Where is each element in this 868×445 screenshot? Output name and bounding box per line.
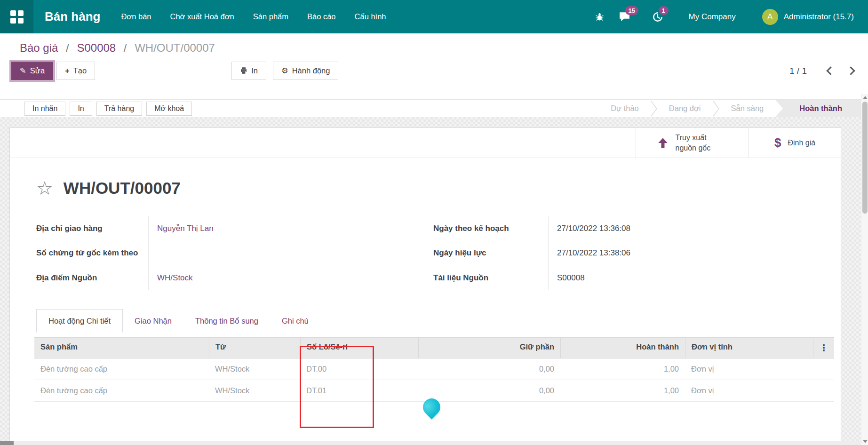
activities-clock-icon[interactable]: 1	[652, 11, 663, 23]
field-value-scheduled-date[interactable]: 27/10/2022 13:36:08	[548, 216, 810, 241]
record-title-row: ☆ WH/OUT/00007	[36, 179, 841, 198]
tab-delivery[interactable]: Giao Nhận	[123, 309, 183, 333]
statusbar: In nhãn In Trả hàng Mở khoá Dự thảo Đang…	[0, 99, 868, 117]
horizontal-scrollbar[interactable]	[0, 441, 861, 445]
breadcrumb-link-quotations[interactable]: Báo giá	[20, 41, 58, 54]
create-button[interactable]: +Tạo	[56, 62, 95, 80]
valuation-smart-button[interactable]: $ Định giá	[749, 128, 841, 158]
breadcrumb-link-order[interactable]: S00008	[77, 41, 116, 54]
user-menu[interactable]: A Administrator (15.7)	[762, 9, 854, 25]
cell-from: WH/Stock	[209, 380, 300, 401]
pager-previous-icon[interactable]	[826, 66, 835, 75]
arrow-up-icon	[657, 137, 669, 149]
menu-item-to-invoice[interactable]: Chờ xuất Hoá đơn	[170, 12, 234, 21]
cell-lot: DT.01	[300, 380, 418, 401]
record-title: WH/OUT/00007	[64, 179, 181, 198]
main-menu: Đơn bán Chờ xuất Hoá đơn Sản phẩm Báo cá…	[121, 12, 386, 21]
field-value-origin-documents[interactable]	[148, 241, 417, 265]
vertical-scrollbar[interactable]	[861, 94, 868, 445]
field-group-right: Ngày theo kế hoạch 27/10/2022 13:36:08 N…	[433, 216, 810, 290]
control-panel-buttons: ✎Sửa +Tạo In ⚙Hành động 1 / 1	[9, 62, 857, 80]
navbar-systray: 15 1 My Company A Administrator (15.7)	[581, 9, 868, 25]
stage-done[interactable]: Hoàn thành	[775, 100, 868, 118]
pager: 1 / 1	[789, 66, 857, 76]
traceability-smart-button[interactable]: Truy xuất nguồn gốc	[636, 128, 749, 158]
form-sheet: Truy xuất nguồn gốc $ Định giá ☆ WH/OUT/…	[9, 127, 841, 445]
field-value-effective-date[interactable]: 27/10/2022 13:38:06	[548, 241, 810, 265]
pager-value: 1 / 1	[789, 66, 807, 76]
content-area: Truy xuất nguồn gốc $ Định giá ☆ WH/OUT/…	[0, 117, 868, 445]
print-button-small[interactable]: In	[70, 102, 92, 116]
print-button[interactable]: In	[231, 62, 266, 80]
menu-item-orders[interactable]: Đơn bán	[121, 12, 151, 21]
breadcrumb-separator: /	[124, 41, 127, 54]
plus-icon: +	[65, 66, 70, 75]
messages-badge: 15	[625, 6, 638, 15]
activities-badge: 1	[659, 6, 669, 15]
edit-button[interactable]: ✎Sửa	[11, 62, 53, 80]
menu-item-reporting[interactable]: Báo cáo	[307, 12, 336, 21]
messages-icon[interactable]: 15	[619, 11, 630, 22]
col-header-uom[interactable]: Đơn vị tính	[685, 338, 813, 358]
unlock-button[interactable]: Mở khoá	[146, 102, 192, 116]
app-name[interactable]: Bán hàng	[45, 9, 100, 24]
field-value-source-document[interactable]: S00008	[548, 266, 810, 290]
breadcrumb-separator: /	[66, 41, 69, 54]
stage-waiting[interactable]: Đang đợi	[658, 100, 712, 118]
pager-next-icon[interactable]	[846, 66, 855, 75]
cell-reserved: 0,00	[418, 358, 560, 380]
favorite-star-icon[interactable]: ☆	[36, 179, 53, 198]
pencil-icon: ✎	[20, 66, 26, 75]
user-name: Administrator (15.7)	[784, 12, 854, 22]
return-button[interactable]: Trả hàng	[96, 102, 142, 116]
vertical-scrollbar-thumb[interactable]	[862, 102, 868, 214]
stage-ready[interactable]: Sẵn sàng	[720, 100, 775, 118]
field-label-effective-date: Ngày hiệu lực	[433, 241, 548, 265]
cell-uom: Đơn vị	[685, 358, 813, 380]
notebook-tabs: Hoạt động Chi tiết Giao Nhận Thông tin B…	[36, 309, 841, 333]
menu-item-products[interactable]: Sản phẩm	[253, 12, 288, 21]
cell-reserved: 0,00	[418, 380, 560, 401]
printer-icon	[240, 67, 247, 74]
cell-from: WH/Stock	[209, 358, 300, 380]
cell-done: 1,00	[560, 358, 685, 380]
col-header-reserved[interactable]: Giữ phần	[418, 338, 560, 358]
field-label-delivery-address: Địa chỉ giao hàng	[36, 216, 148, 241]
menu-item-configuration[interactable]: Cấu hình	[355, 12, 386, 21]
print-labels-button[interactable]: In nhãn	[24, 102, 65, 116]
col-header-from[interactable]: Từ	[209, 338, 300, 358]
table-header-row: Sản phẩm Từ Số Lô/Sê-ri Giữ phần Hoàn th…	[34, 337, 834, 358]
scroll-down-arrow-icon[interactable]	[863, 440, 868, 443]
field-value-source-location[interactable]: WH/Stock	[148, 266, 417, 290]
stage-separator	[712, 100, 720, 118]
top-navbar: Bán hàng Đơn bán Chờ xuất Hoá đơn Sản ph…	[0, 0, 868, 33]
tab-detailed-operations[interactable]: Hoạt động Chi tiết	[36, 309, 123, 333]
debug-bug-icon[interactable]	[595, 12, 605, 22]
apps-menu-button[interactable]	[0, 0, 33, 33]
cell-product: Đèn tường cao cấp	[34, 380, 209, 401]
action-menu-button[interactable]: ⚙Hành động	[273, 62, 339, 80]
field-group-left: Địa chỉ giao hàng Nguyễn Thị Lan Số chứn…	[36, 216, 417, 290]
cell-done: 1,00	[560, 380, 685, 401]
avatar: A	[762, 9, 778, 25]
cell-uom: Đơn vị	[685, 380, 813, 401]
status-pipeline: Dự thảo Đang đợi Sẵn sàng Hoàn thành	[599, 100, 868, 118]
cell-product: Đèn tường cao cấp	[34, 358, 209, 380]
optional-columns-icon[interactable]: ⋮	[813, 338, 834, 358]
horizontal-scrollbar-thumb[interactable]	[0, 441, 14, 445]
tab-additional-info[interactable]: Thông tin Bổ sung	[183, 309, 270, 333]
tab-notes[interactable]: Ghi chú	[270, 309, 320, 333]
scroll-up-arrow-icon[interactable]	[863, 96, 868, 99]
odoo-app-window: Bán hàng Đơn bán Chờ xuất Hoá đơn Sản ph…	[0, 0, 868, 445]
field-value-delivery-address[interactable]: Nguyễn Thị Lan	[148, 216, 417, 241]
company-switcher[interactable]: My Company	[689, 12, 736, 22]
operations-table: Sản phẩm Từ Số Lô/Sê-ri Giữ phần Hoàn th…	[34, 337, 834, 402]
col-header-product[interactable]: Sản phẩm	[34, 338, 209, 358]
table-row[interactable]: Đèn tường cao cấp WH/Stock DT.00 0,00 1,…	[34, 358, 834, 380]
col-header-done[interactable]: Hoàn thành	[560, 338, 685, 358]
field-label-origin-documents: Số chứng từ gốc kèm theo	[36, 241, 148, 265]
field-label-source-location: Địa điểm Nguồn	[36, 266, 148, 290]
field-label-source-document: Tài liệu Nguồn	[433, 266, 548, 290]
stage-draft[interactable]: Dự thảo	[599, 100, 650, 118]
col-header-lot-serial[interactable]: Số Lô/Sê-ri	[300, 338, 418, 358]
